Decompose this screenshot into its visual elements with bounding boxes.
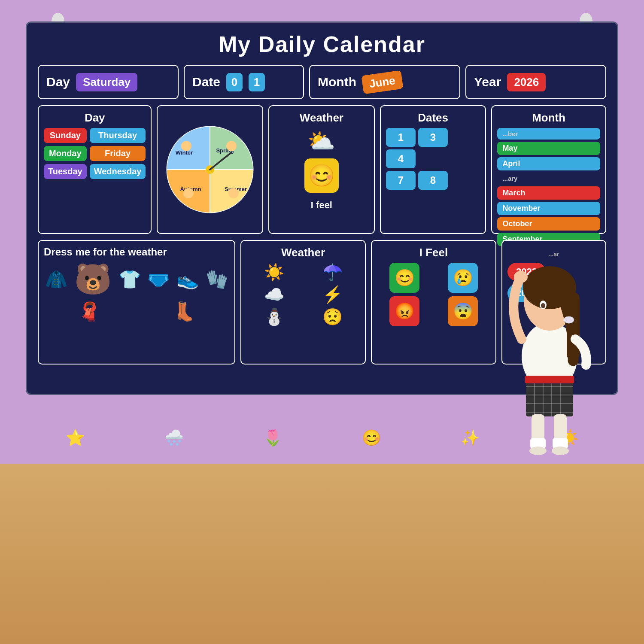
- clothing-sweater[interactable]: 🧤: [206, 269, 228, 290]
- svg-point-9: [226, 141, 237, 151]
- date-digit-1[interactable]: 0: [226, 73, 243, 91]
- day-card: Day Saturday: [38, 65, 179, 99]
- days-panel-title: Day: [44, 111, 146, 125]
- weather2-title: Weather: [246, 246, 360, 259]
- date-8[interactable]: 8: [418, 171, 448, 190]
- board-title: My Daily Calendar: [38, 31, 606, 57]
- svg-point-12: [181, 141, 191, 151]
- clothing-jacket[interactable]: 👕: [118, 269, 141, 290]
- w2-sun[interactable]: ☀️: [246, 263, 301, 282]
- date-card: Date 0 1: [184, 65, 304, 99]
- top-row: Day Saturday Date 0 1 Month June Year 20…: [38, 65, 606, 99]
- deco-flower: 🌷: [263, 429, 283, 447]
- month-value[interactable]: June: [361, 70, 403, 94]
- svg-rect-14: [526, 378, 573, 416]
- weather2-grid: ☀️ ☂️ ☁️ ⚡ ⛄ 😟: [246, 263, 360, 326]
- feel-angry[interactable]: 😡: [389, 296, 419, 326]
- svg-point-36: [514, 271, 528, 283]
- date-label: Date: [192, 75, 220, 89]
- svg-point-29: [552, 447, 569, 455]
- date-7[interactable]: 7: [386, 171, 416, 190]
- dress-panel: Dress me for the weather 🧥 🐻 👕 🩲 👟 🧤 🧣 👢: [38, 240, 235, 365]
- month-march[interactable]: March: [497, 186, 600, 200]
- weather-icon-cloud-sun: ⛅: [307, 128, 335, 154]
- child-figure: [481, 215, 618, 464]
- svg-point-10: [183, 188, 194, 198]
- svg-point-35: [541, 303, 545, 308]
- month-may[interactable]: May: [497, 142, 600, 155]
- child-svg: [481, 215, 618, 464]
- month-label: Month: [318, 75, 356, 89]
- date-empty4: [450, 171, 480, 190]
- date-1[interactable]: 1: [386, 128, 416, 147]
- svg-point-33: [564, 316, 574, 323]
- year-card: Year 2026: [465, 65, 606, 99]
- feel-scared[interactable]: 😨: [448, 296, 478, 326]
- dress-title: Dress me for the weather: [44, 246, 229, 258]
- feel-happy[interactable]: 😊: [389, 263, 419, 293]
- w2-snowman[interactable]: ⛄: [246, 307, 301, 326]
- svg-rect-23: [525, 376, 574, 383]
- svg-point-28: [529, 447, 547, 455]
- weather-feel-title: Weather: [274, 111, 369, 125]
- month-partial-ober[interactable]: ...ber: [497, 128, 600, 140]
- day-friday[interactable]: Friday: [90, 146, 146, 161]
- day-label: Day: [46, 75, 70, 89]
- clothing-tanktop[interactable]: 🧥: [45, 269, 67, 290]
- feel2-title: I Feel: [377, 246, 490, 259]
- feel2-grid: 😊 😢 😡 😨: [377, 263, 490, 326]
- floor: [0, 464, 644, 644]
- bear-figure: 🐻: [74, 261, 112, 297]
- day-grid: Sunday Thursday Monday Friday Tuesday We…: [44, 128, 146, 179]
- date-empty2: [418, 149, 448, 168]
- deco-sparkle: ✨: [461, 429, 480, 447]
- feel-sad[interactable]: 😢: [448, 263, 478, 293]
- clothing-hat[interactable]: 🧣: [78, 301, 100, 322]
- year-value[interactable]: 2026: [507, 73, 546, 91]
- w2-lightning[interactable]: ⚡: [305, 285, 360, 304]
- date-3[interactable]: 3: [418, 128, 448, 147]
- date-empty: [450, 128, 480, 147]
- day-thursday[interactable]: Thursday: [90, 128, 146, 143]
- date-digit-2[interactable]: 1: [249, 73, 265, 91]
- w2-cloud[interactable]: ☁️: [246, 285, 301, 304]
- day-monday[interactable]: Monday: [44, 146, 87, 161]
- month-card: Month June: [309, 65, 460, 99]
- date-empty3: [450, 149, 480, 168]
- month-november[interactable]: November: [497, 202, 600, 215]
- dates-grid: 1 3 4 7 8: [386, 128, 480, 190]
- w2-face[interactable]: 😟: [305, 307, 360, 326]
- deco-star: ⭐: [66, 429, 85, 447]
- w2-umbrella[interactable]: ☂️: [305, 263, 360, 282]
- feel2-panel: I Feel 😊 😢 😡 😨: [371, 240, 496, 365]
- svg-point-11: [228, 188, 239, 198]
- deco-smiley: 😊: [362, 429, 381, 447]
- days-panel: Day Sunday Thursday Monday Friday Tuesda…: [38, 105, 152, 234]
- clothing-shorts[interactable]: 🩲: [147, 269, 170, 290]
- day-sunday[interactable]: Sunday: [44, 128, 87, 143]
- seasons-wheel: Spring Summer Autumn Winter: [165, 125, 255, 215]
- clothing-grid: 🧥 🐻 👕 🩲 👟 🧤 🧣 👢: [44, 261, 229, 322]
- day-tuesday[interactable]: Tuesday: [44, 164, 87, 179]
- day-value[interactable]: Saturday: [76, 73, 137, 91]
- i-feel-label: I feel: [311, 200, 332, 211]
- day-wednesday[interactable]: Wednesday: [90, 164, 146, 179]
- deco-cloud: 🌨️: [164, 429, 184, 447]
- seasons-panel: Spring Summer Autumn Winter: [157, 105, 263, 234]
- weather2-panel: Weather ☀️ ☂️ ☁️ ⚡ ⛄ 😟: [240, 240, 366, 365]
- smiley-box[interactable]: 😊: [304, 158, 339, 193]
- clothing-boots[interactable]: 👢: [173, 301, 195, 322]
- dates-panel-title: Dates: [386, 111, 480, 125]
- year-label: Year: [474, 75, 501, 89]
- date-4[interactable]: 4: [386, 149, 416, 168]
- months-panel-title: Month: [497, 111, 600, 125]
- month-april[interactable]: April: [497, 157, 600, 170]
- clothing-shoes[interactable]: 👟: [176, 269, 199, 290]
- dates-panel: Dates 1 3 4 7 8: [380, 105, 486, 234]
- weather-feel-panel: Weather ⛅ 😊 I feel: [268, 105, 375, 234]
